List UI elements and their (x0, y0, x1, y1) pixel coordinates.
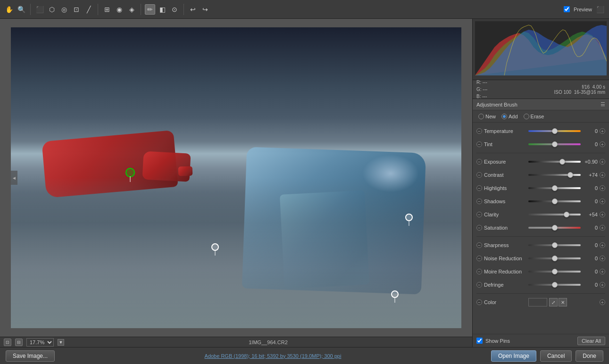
targeted-adjustment-tool[interactable]: ◎ (59, 4, 69, 15)
color-plus[interactable]: + (600, 299, 605, 305)
scroll-left[interactable]: ◄ (11, 171, 17, 185)
color-copy-btn[interactable]: ⤢ (549, 298, 558, 306)
radio-add[interactable]: Add (501, 114, 518, 119)
zoom-tool[interactable]: 🔍 (16, 4, 26, 15)
straighten-tool[interactable]: ╱ (83, 4, 94, 15)
saturation-minus[interactable]: − (476, 225, 482, 231)
clear-all-button[interactable]: Clear All (577, 337, 605, 345)
preview-checkbox[interactable] (564, 6, 570, 12)
undo-tool[interactable]: ↩ (188, 4, 198, 15)
red-ice-small (178, 166, 193, 176)
noise-reduction-thumb[interactable] (552, 256, 558, 261)
saturation-plus[interactable]: + (600, 225, 605, 231)
hand-tool[interactable]: ✋ (4, 4, 14, 15)
preview-label[interactable]: Preview (574, 7, 592, 12)
pin-active[interactable] (125, 168, 135, 177)
defringe-row: − Defringe 0 + (473, 278, 609, 291)
saturation-value: 0 (583, 225, 598, 231)
red-eye-tool[interactable]: ◈ (126, 4, 137, 15)
color-sample-tool[interactable]: ⬡ (47, 4, 57, 15)
temperature-plus[interactable]: + (600, 128, 605, 134)
defringe-value: 0 (583, 282, 598, 288)
moire-reduction-track (528, 268, 581, 275)
highlights-minus[interactable]: − (476, 185, 482, 191)
info-area: R: --- G: --- B: --- f/16 4.00 s ISO 100… (473, 80, 609, 99)
pin-3[interactable] (391, 290, 399, 298)
noise-reduction-minus[interactable]: − (476, 256, 482, 261)
contrast-minus[interactable]: − (476, 172, 482, 178)
saturation-thumb[interactable] (552, 225, 558, 231)
done-button[interactable]: Done (576, 350, 603, 362)
save-image-button[interactable]: Save Image... (6, 350, 55, 362)
clarity-thumb[interactable] (564, 212, 569, 217)
shadows-plus[interactable]: + (600, 199, 605, 204)
zoom-select[interactable]: 17.7% 25% 50% 100% (26, 338, 54, 347)
color-box[interactable] (528, 298, 547, 306)
moire-reduction-plus[interactable]: + (600, 269, 605, 274)
tint-plus[interactable]: + (600, 141, 605, 147)
defringe-thumb[interactable] (552, 282, 558, 288)
tint-thumb[interactable] (552, 141, 558, 147)
cancel-button[interactable]: Cancel (540, 350, 572, 362)
exposure-minus[interactable]: − (476, 159, 482, 165)
clarity-minus[interactable]: − (476, 212, 482, 217)
moire-reduction-thumb[interactable] (552, 269, 558, 274)
shadows-thumb[interactable] (552, 199, 558, 204)
highlights-thumb[interactable] (552, 185, 558, 191)
highlights-plus[interactable]: + (600, 185, 605, 191)
exposure-plus[interactable]: + (600, 159, 605, 165)
export-icon[interactable]: ⬛ (595, 4, 605, 15)
panel-title: Adjustment Brush (476, 102, 517, 108)
fit-btn[interactable]: ⊡ (4, 339, 11, 346)
tint-minus[interactable]: − (476, 141, 482, 147)
radio-new[interactable]: New (478, 114, 496, 119)
sharpness-plus[interactable]: + (600, 242, 605, 248)
sharpness-value: 0 (583, 242, 598, 248)
fill-btn[interactable]: ⊟ (15, 339, 23, 346)
radio-new-label: New (485, 114, 496, 119)
moire-reduction-minus[interactable]: − (476, 269, 482, 274)
contrast-thumb[interactable] (567, 172, 573, 178)
file-info-link[interactable]: Adobe RGB (1998); 16 bit; 5392 by 3530 (… (58, 353, 487, 359)
panel-menu-icon[interactable]: ☰ (601, 101, 605, 108)
defringe-minus[interactable]: − (476, 282, 482, 288)
spot-removal-tool[interactable]: ◉ (114, 4, 125, 15)
sharpness-thumb[interactable] (552, 242, 558, 248)
color-icons: ⤢ ✕ (549, 298, 567, 306)
saturation-row: − Saturation 0 + (473, 221, 609, 234)
tint-row: − Tint 0 + (473, 138, 609, 151)
sharpness-minus[interactable]: − (476, 242, 482, 248)
pin-2[interactable] (405, 214, 413, 221)
adjustment-brush-tool[interactable]: ✏ (145, 4, 155, 15)
noise-reduction-plus[interactable]: + (600, 256, 605, 261)
histogram-area (473, 19, 609, 80)
show-pins-label[interactable]: Show Pins (485, 338, 510, 344)
contrast-plus[interactable]: + (600, 172, 605, 178)
color-paste-btn[interactable]: ✕ (559, 298, 567, 306)
shutter-value: 4.00 s (592, 84, 605, 90)
radio-new-dot (478, 114, 484, 119)
exposure-thumb[interactable] (559, 159, 565, 165)
radio-erase[interactable]: Erase (524, 114, 544, 119)
highlights-row: − Highlights 0 + (473, 182, 609, 195)
defringe-plus[interactable]: + (600, 282, 605, 288)
clarity-plus[interactable]: + (600, 212, 605, 217)
shadows-minus[interactable]: − (476, 199, 482, 204)
gradient-filter-tool[interactable]: ◧ (157, 4, 167, 15)
crop-tool[interactable]: ⊡ (71, 4, 82, 15)
radial-filter-tool[interactable]: ⊙ (169, 4, 180, 15)
color-minus[interactable]: − (476, 299, 482, 305)
transform-tool[interactable]: ⊞ (102, 4, 112, 15)
redo-tool[interactable]: ↪ (200, 4, 210, 15)
zoom-dropdown[interactable]: ▼ (58, 339, 64, 346)
saturation-track (528, 224, 581, 231)
open-image-button[interactable]: Open Image (491, 350, 536, 362)
white-balance-tool[interactable]: ⬛ (34, 4, 45, 15)
camera-info: f/16 4.00 s ISO 100 16-35@16 mm (554, 84, 605, 95)
noise-reduction-row: − Noise Reduction 0 + (473, 252, 609, 265)
temperature-minus[interactable]: − (476, 128, 482, 134)
pin-tail-1 (215, 250, 216, 256)
temperature-thumb[interactable] (552, 128, 558, 134)
show-pins-checkbox[interactable] (476, 338, 483, 344)
pin-1[interactable] (211, 243, 219, 251)
